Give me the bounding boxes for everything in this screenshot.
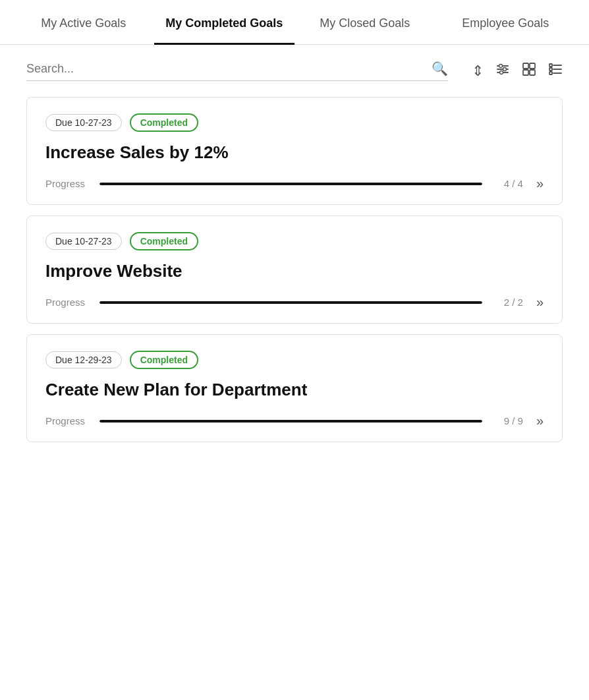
chevron-right-icon-3[interactable]: » [536,413,544,428]
goal-card-3[interactable]: Due 12-29-23 Completed Create New Plan f… [26,334,563,442]
progress-row-3: Progress 9 / 9 » [45,413,544,428]
progress-count-3: 9 / 9 [490,415,523,426]
svg-rect-14 [549,72,552,74]
chevron-right-icon-2[interactable]: » [536,295,544,310]
progress-label-1: Progress [45,178,92,189]
due-badge-3: Due 12-29-23 [45,351,122,368]
svg-rect-9 [530,70,535,75]
tab-employee-label: Employee Goals [462,16,549,30]
goal-card-1[interactable]: Due 10-27-23 Completed Increase Sales by… [26,97,563,205]
goal-title-2: Improve Website [45,261,544,281]
search-wrapper: 🔍 [26,61,448,81]
progress-count-1: 4 / 4 [490,178,523,189]
progress-label-3: Progress [45,415,92,426]
chevron-right-icon-1[interactable]: » [536,176,544,191]
toolbar: 🔍 ⇕ [0,45,589,92]
svg-rect-10 [549,64,552,67]
tab-employee[interactable]: Employee Goals [435,0,576,44]
progress-bar-track-2 [99,301,482,304]
card-header-1: Due 10-27-23 Completed [45,113,544,132]
card-header-3: Due 12-29-23 Completed [45,351,544,369]
svg-rect-6 [523,63,528,69]
progress-bar-wrapper-1 [99,183,482,185]
tab-completed-label: My Completed Goals [165,16,283,30]
progress-count-2: 2 / 2 [490,297,523,308]
progress-bar-wrapper-2 [99,301,482,304]
tab-active-label: My Active Goals [41,16,126,30]
svg-rect-8 [523,70,528,75]
progress-bar-fill-3 [99,420,482,423]
progress-bar-fill-2 [99,301,482,304]
tab-active[interactable]: My Active Goals [13,0,154,44]
goal-card-2[interactable]: Due 10-27-23 Completed Improve Website P… [26,216,563,324]
tabs-container: My Active Goals My Completed Goals My Cl… [0,0,589,45]
goal-title-3: Create New Plan for Department [45,380,544,400]
search-input[interactable] [26,62,426,76]
card-header-2: Due 10-27-23 Completed [45,232,544,250]
list-icon[interactable] [548,62,563,80]
grid-icon[interactable] [522,62,536,80]
progress-bar-wrapper-3 [99,420,482,423]
due-badge-2: Due 10-27-23 [45,233,122,250]
svg-rect-12 [549,68,552,71]
tab-closed-label: My Closed Goals [320,16,410,30]
tab-closed[interactable]: My Closed Goals [294,0,435,44]
progress-label-2: Progress [45,297,92,308]
goals-list: Due 10-27-23 Completed Increase Sales by… [0,92,589,469]
progress-row-1: Progress 4 / 4 » [45,176,544,191]
search-icon[interactable]: 🔍 [432,61,448,76]
toolbar-icons: ⇕ [472,62,563,80]
status-badge-1: Completed [130,113,198,132]
progress-bar-track-1 [99,183,482,185]
filter-icon[interactable] [495,62,510,80]
progress-bar-fill-1 [99,183,482,185]
svg-rect-7 [530,63,535,69]
sort-icon[interactable]: ⇕ [472,63,484,80]
svg-point-4 [503,67,507,71]
status-badge-2: Completed [130,232,198,250]
svg-point-3 [499,64,503,67]
tab-completed[interactable]: My Completed Goals [154,0,295,44]
svg-point-5 [500,71,503,74]
due-badge-1: Due 10-27-23 [45,114,122,131]
goal-title-1: Increase Sales by 12% [45,142,544,163]
status-badge-3: Completed [130,351,198,369]
progress-bar-track-3 [99,420,482,423]
progress-row-2: Progress 2 / 2 » [45,295,544,310]
